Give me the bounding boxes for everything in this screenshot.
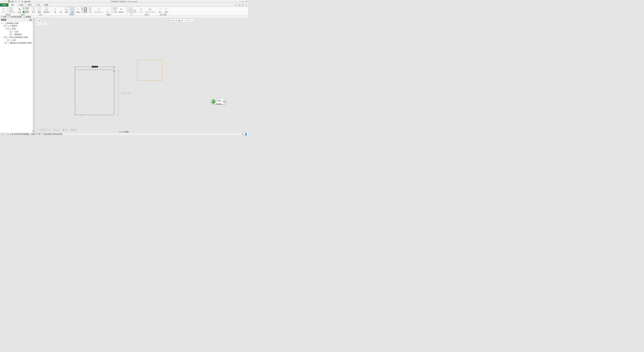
- rectangle-button[interactable]: ▭矩形: [64, 7, 69, 14]
- nav-folder-browser[interactable]: 📁文件夹浏览器: [8, 15, 22, 18]
- tree-checkbox[interactable]: ✓: [7, 28, 9, 30]
- invert-select-button[interactable]: ◐反向: [23, 9, 29, 11]
- tab-tools[interactable]: 工具: [34, 3, 42, 6]
- status-icon3[interactable]: ▥: [7, 133, 9, 135]
- centerline-button[interactable]: ┼: [89, 9, 91, 11]
- tab-file[interactable]: 文件: [0, 3, 8, 6]
- close-button[interactable]: ✕: [246, 0, 247, 2]
- tab-annotate[interactable]: 注释: [17, 3, 26, 6]
- tree-item[interactable]: ▼✓▭标记 (CEM0001.CEM): [0, 36, 33, 39]
- tree-toggle-icon[interactable]: ▼: [3, 36, 4, 38]
- zoom-extents-icon[interactable]: ⊕: [38, 19, 40, 22]
- trim-segment-button[interactable]: ✂修剪段: [118, 7, 124, 14]
- widget-dashboard-icon[interactable]: ◐: [223, 100, 226, 103]
- status-icon2[interactable]: ◫: [4, 133, 6, 135]
- zoom-in-icon[interactable]: 🔍: [170, 19, 172, 22]
- horizontal-dim-label[interactable]: 274.33: [92, 66, 98, 67]
- tree-item[interactable]: ✓▭公共: [0, 39, 33, 41]
- import-button[interactable]: ↧导入: [31, 7, 36, 14]
- construction-mode-button[interactable]: ⊡构造模式: [42, 7, 50, 14]
- ribbon-minimize-icon[interactable]: ᐱ: [234, 4, 237, 6]
- qat-redo-icon[interactable]: ↷: [18, 0, 20, 3]
- arc-button[interactable]: ⌒弧: [58, 7, 64, 14]
- minimize-button[interactable]: —: [239, 0, 241, 2]
- paste-button[interactable]: 📋 粘贴: [1, 7, 6, 14]
- tree-item[interactable]: ✓□属性标记: [0, 33, 33, 36]
- tree-settings-icon[interactable]: ⚙▾: [30, 19, 32, 21]
- qat-config-icon[interactable]: ⚙▾: [28, 0, 30, 3]
- qat-open-icon[interactable]: 📁: [4, 0, 7, 3]
- tab-design[interactable]: 设计: [8, 3, 17, 6]
- axis2-icon[interactable]: ↑: [38, 23, 40, 25]
- hatch-fill-button[interactable]: ▨剖面线与填充: [144, 7, 156, 14]
- annotation-display-icon[interactable]: ✎: [186, 19, 188, 22]
- pattern-button[interactable]: ⋮⋮阵列: [105, 7, 110, 14]
- drawing-canvas[interactable]: ↳ ⊕ ↖ ↑ ↗ → ↘ ⊡ 🔍 🔎 ⟲ ▦ ◫ ⟐ ✎ ↖ ⟂ ▸ ◂ 27…: [34, 18, 248, 133]
- csys-button[interactable]: ⮾: [89, 11, 91, 13]
- tab-organize[interactable]: 组织: [26, 3, 34, 6]
- qat-regen-icon[interactable]: ⟳: [21, 0, 24, 3]
- nav-favorites[interactable]: ★收藏夹: [23, 15, 31, 18]
- tree-checkbox[interactable]: ✓: [5, 42, 7, 44]
- format-painter-button[interactable]: 🖌格式刷: [7, 11, 15, 13]
- tree-toggle-icon[interactable]: ▼: [5, 28, 7, 30]
- qat-save-icon[interactable]: 💾: [8, 0, 10, 3]
- axis5-icon[interactable]: ↘: [46, 23, 49, 25]
- sidebar-collapse-gutter[interactable]: ▶: [33, 18, 34, 133]
- zoom-window-icon[interactable]: ⊡: [167, 19, 170, 22]
- status-person-icon[interactable]: 👤: [245, 133, 247, 135]
- tree-checkbox[interactable]: ✓: [10, 33, 12, 35]
- qat-undo-icon[interactable]: ↶: [14, 0, 17, 3]
- axis4-icon[interactable]: →: [44, 23, 46, 25]
- dimension-button[interactable]: ↔尺寸: [158, 7, 163, 14]
- shape-button[interactable]: ◇形状: [37, 7, 42, 14]
- constraint-button[interactable]: ⫱约束: [164, 7, 168, 14]
- spline-button[interactable]: ∿样条: [81, 11, 88, 13]
- tab-view[interactable]: 视图: [42, 3, 51, 6]
- tree-checkbox[interactable]: ✓: [5, 36, 7, 38]
- search-icon[interactable]: 🔍: [238, 4, 240, 6]
- tree-checkbox[interactable]: ✓: [10, 31, 12, 32]
- zoom-out-icon[interactable]: 🔎: [172, 19, 175, 22]
- tree-item[interactable]: ▼□CEM0001.CEM: [0, 22, 33, 24]
- nav-organize[interactable]: ⊞组织: [1, 15, 7, 18]
- measure-view-icon[interactable]: ⟂: [191, 19, 194, 22]
- tree-item[interactable]: ▼✓◷汇总标记: [0, 24, 33, 27]
- axis1-icon[interactable]: ↖: [36, 23, 38, 25]
- fillet-button[interactable]: ⌐圆角: [76, 7, 80, 14]
- mirror-button[interactable]: ⇋镜像: [111, 11, 117, 13]
- tree-item[interactable]: ▼✓◷标记: [0, 27, 33, 30]
- line-button[interactable]: ／线: [53, 7, 58, 14]
- select-button[interactable]: ⬉ 选择: [17, 7, 22, 14]
- tree-toggle-icon[interactable]: ▼: [3, 25, 4, 27]
- status-filter-icon[interactable]: ▤: [242, 133, 244, 135]
- tree-item[interactable]: ✓□属性标记 (CEM0001.CEM): [0, 41, 33, 44]
- saved-views-icon[interactable]: ⟐: [183, 19, 186, 22]
- repaint-icon[interactable]: ▦: [178, 19, 180, 22]
- tree-toggle-icon[interactable]: ▼: [1, 22, 2, 24]
- orange-rectangle[interactable]: [137, 60, 162, 81]
- linestyle-button[interactable]: ≋线型: [138, 7, 144, 14]
- qat-new-icon[interactable]: 📄: [1, 0, 4, 3]
- rotate-resize-button[interactable]: ⟲旋转调整大小: [93, 7, 105, 14]
- cursor-view-icon[interactable]: ↖: [189, 19, 191, 22]
- circle-button[interactable]: ○圆: [70, 7, 75, 14]
- tree-checkbox[interactable]: ✓: [5, 25, 7, 27]
- system-monitor-widget[interactable]: 37% ↑ 2.3K/s ↓ 2.5K/s ◐: [211, 99, 226, 104]
- qat-windows-icon[interactable]: ▥▾: [24, 0, 27, 3]
- main-rectangle[interactable]: [75, 70, 114, 115]
- help-icon[interactable]: ?: [244, 4, 247, 6]
- options-icon[interactable]: ◯: [241, 4, 244, 6]
- point-button[interactable]: ✕: [89, 7, 91, 9]
- limit-select-button[interactable]: 限制: [23, 11, 29, 13]
- tree-item[interactable]: ✓◇公共: [0, 30, 33, 33]
- maximize-button[interactable]: □: [243, 0, 244, 2]
- tree-checkbox[interactable]: ✓: [7, 39, 9, 41]
- regroup-button[interactable]: ⊡重新分组: [126, 11, 136, 13]
- display-style-icon[interactable]: ◫: [180, 19, 183, 22]
- qat-saveall-icon[interactable]: 🗄: [11, 0, 14, 3]
- axis3-icon[interactable]: ↗: [41, 23, 43, 25]
- csys-toggle-icon[interactable]: ↳: [36, 19, 38, 22]
- refit-icon[interactable]: ⟲: [175, 19, 178, 22]
- status-icon1[interactable]: ▣: [1, 133, 3, 135]
